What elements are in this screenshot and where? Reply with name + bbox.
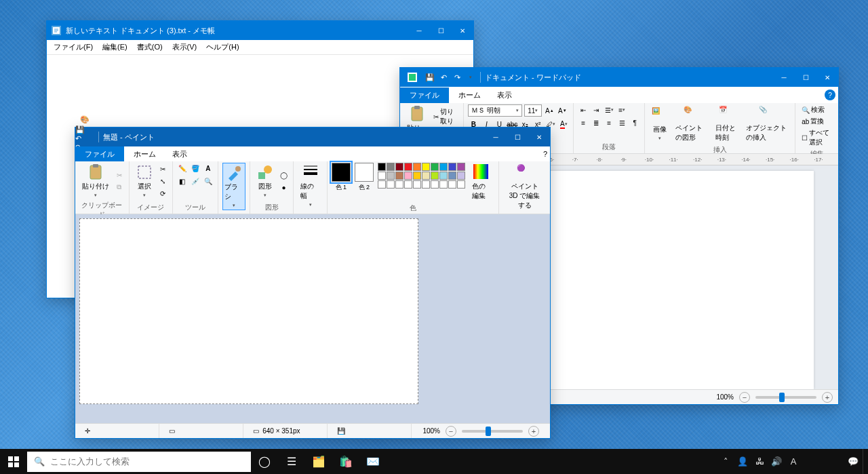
magnifier-tool-icon[interactable]: 🔍	[203, 176, 214, 186]
tray-volume-icon[interactable]: 🔊	[769, 456, 784, 467]
menu-edit[interactable]: 編集(E)	[98, 41, 132, 54]
tray-people-icon[interactable]: 👤	[735, 456, 750, 467]
color-swatch[interactable]	[457, 172, 465, 180]
tray-network-icon[interactable]: 🖧	[752, 456, 767, 467]
bullets-icon[interactable]: ☰▾	[604, 104, 614, 115]
qat-dropdown-icon[interactable]: ▾	[465, 72, 476, 83]
find-button[interactable]: 🔍 検索	[800, 104, 834, 115]
cut-icon[interactable]: ✂	[114, 170, 125, 180]
insert-object-button[interactable]: 📎オブジェクトの挿入	[743, 104, 791, 144]
help-icon[interactable]: ?	[543, 150, 547, 158]
shape-outline-icon[interactable]: ◯	[278, 170, 289, 180]
eraser-tool-icon[interactable]: ◧	[177, 176, 188, 186]
align-right-icon[interactable]: ≡	[604, 117, 614, 128]
paragraph-dialog-icon[interactable]: ¶	[629, 117, 640, 128]
pencil-tool-icon[interactable]: ✏️	[177, 163, 188, 174]
close-button[interactable]: ✕	[452, 21, 473, 40]
cut-button[interactable]: ✂ 切り取り	[431, 106, 459, 127]
color-swatch[interactable]	[422, 163, 430, 171]
taskbar-search[interactable]: 🔍 ここに入力して検索	[27, 452, 251, 472]
close-button[interactable]: ✕	[528, 127, 550, 146]
grow-font-icon[interactable]: A▲	[544, 105, 555, 116]
color-swatch[interactable]	[448, 172, 456, 180]
color1-button[interactable]: 色 1	[332, 163, 351, 192]
color-swatch[interactable]	[387, 163, 395, 171]
zoom-out-button[interactable]: −	[739, 392, 750, 403]
menu-format[interactable]: 書式(O)	[133, 41, 167, 54]
color-swatch[interactable]	[422, 180, 430, 189]
replace-button[interactable]: ab 置換	[800, 116, 834, 127]
color-palette[interactable]	[378, 163, 465, 189]
color-swatch[interactable]	[439, 172, 448, 180]
minimize-button[interactable]: ─	[408, 21, 430, 40]
color-swatch[interactable]	[457, 180, 465, 189]
wordpad-titlebar[interactable]: 💾 ↶ ↷ ▾ ドキュメント - ワードパッド ─ ☐ ✕	[400, 68, 838, 87]
close-button[interactable]: ✕	[816, 68, 838, 87]
notepad-titlebar[interactable]: 新しいテキスト ドキュメント (3).txt - メモ帳 ─ ☐ ✕	[47, 21, 473, 40]
maximize-button[interactable]: ☐	[795, 68, 816, 87]
fill-tool-icon[interactable]: 🪣	[190, 163, 201, 174]
color2-button[interactable]: 色 2	[355, 163, 374, 192]
tab-file[interactable]: ファイル	[75, 146, 124, 162]
color-swatch[interactable]	[378, 180, 386, 189]
minimize-button[interactable]: ─	[773, 68, 795, 87]
select-all-button[interactable]: ☐ すべて選択	[800, 127, 834, 148]
maximize-button[interactable]: ☐	[430, 21, 452, 40]
zoom-in-button[interactable]: +	[528, 426, 539, 437]
task-view-icon[interactable]: ☰	[278, 449, 305, 474]
color-swatch[interactable]	[404, 172, 412, 180]
cortana-icon[interactable]: ◯	[251, 449, 278, 474]
color-swatch[interactable]	[404, 163, 412, 171]
justify-icon[interactable]: ☰	[616, 117, 627, 128]
insert-paint-drawing-button[interactable]: 🎨ペイントの図形	[673, 104, 711, 144]
color-swatch[interactable]	[448, 180, 456, 189]
color-swatch[interactable]	[413, 180, 421, 189]
paint-canvas[interactable]	[79, 218, 418, 404]
align-left-icon[interactable]: ≡	[578, 117, 589, 128]
minimize-button[interactable]: ─	[485, 127, 507, 146]
color-swatch[interactable]	[387, 180, 395, 189]
tab-file[interactable]: ファイル	[400, 87, 449, 103]
tray-chevron-icon[interactable]: ˄	[718, 456, 733, 467]
tab-view[interactable]: 表示	[164, 146, 195, 162]
shrink-font-icon[interactable]: A▼	[557, 105, 568, 116]
taskbar-app-explorer[interactable]: 🗂️	[305, 449, 332, 474]
select-button[interactable]: 選択▾	[134, 163, 155, 199]
zoom-slider[interactable]	[755, 396, 816, 399]
color-swatch[interactable]	[395, 172, 403, 180]
paint3d-button[interactable]: 🟣ペイント 3D で編集する	[503, 163, 546, 212]
rotate-icon[interactable]: ⟳	[157, 188, 168, 199]
font-size-combo[interactable]: 11▾	[524, 104, 542, 117]
crop-icon[interactable]: ✂	[157, 163, 168, 174]
paste-button[interactable]: 貼り付け▾	[79, 163, 112, 199]
shapes-button[interactable]: 図形▾	[254, 163, 276, 199]
color-swatch[interactable]	[404, 180, 412, 189]
tab-home[interactable]: ホーム	[125, 146, 164, 162]
color-swatch[interactable]	[413, 163, 421, 171]
decrease-indent-icon[interactable]: ⇤	[578, 104, 589, 115]
tray-notifications-icon[interactable]: 💬	[846, 456, 861, 467]
insert-datetime-button[interactable]: 📅日付と時刻	[713, 104, 741, 144]
edit-colors-button[interactable]: 色の編集	[469, 163, 494, 202]
color-swatch[interactable]	[431, 172, 439, 180]
font-color-icon[interactable]: A▾	[558, 119, 569, 130]
color-swatch[interactable]	[395, 180, 403, 189]
align-center-icon[interactable]: ≣	[591, 117, 601, 128]
zoom-out-button[interactable]: −	[446, 426, 456, 437]
maximize-button[interactable]: ☐	[507, 127, 528, 146]
color-swatch[interactable]	[457, 163, 465, 171]
insert-image-button[interactable]: 🖼️画像▾	[649, 106, 671, 142]
menu-view[interactable]: 表示(V)	[168, 41, 201, 54]
line-width-button[interactable]: 線の幅▾	[298, 163, 322, 209]
show-desktop-button[interactable]	[863, 449, 867, 474]
color-swatch[interactable]	[439, 180, 448, 189]
zoom-slider[interactable]	[462, 430, 523, 433]
color-swatch[interactable]	[422, 172, 430, 180]
zoom-in-button[interactable]: +	[822, 392, 833, 403]
color-swatch[interactable]	[378, 163, 386, 171]
shape-fill-icon[interactable]: ●	[278, 182, 289, 193]
tab-view[interactable]: 表示	[489, 87, 520, 103]
qat-undo-icon[interactable]: ↶	[438, 72, 449, 83]
color-swatch[interactable]	[439, 163, 448, 171]
color-swatch[interactable]	[413, 172, 421, 180]
